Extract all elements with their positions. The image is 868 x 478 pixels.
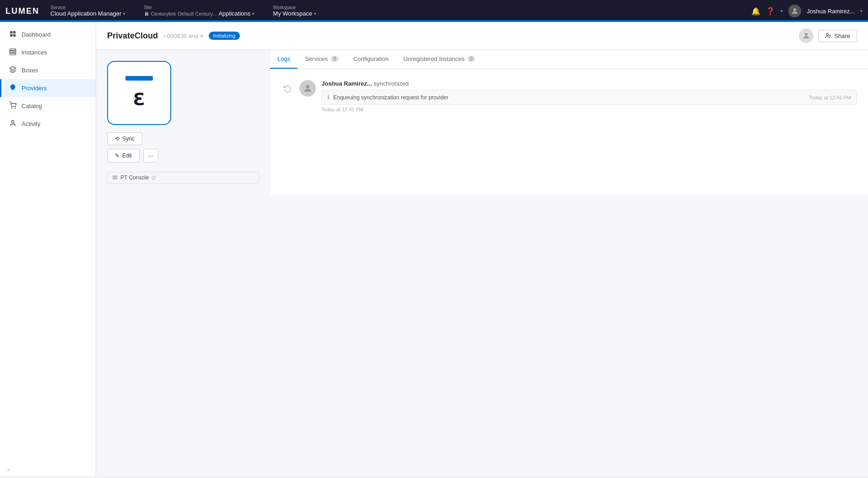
sidebar-collapse[interactable]: « — [0, 463, 96, 476]
user-name[interactable]: Joshua Ramirez... — [807, 8, 855, 15]
sidebar-item-providers[interactable]: Providers — [0, 79, 96, 97]
right-panel: Logs Services 0 Configuration Unregister… — [270, 50, 868, 195]
nav-site[interactable]: Site 🖥 Centurylink Default Century... Ap… — [140, 5, 258, 17]
sidebar-label-activity: Activity — [22, 120, 40, 127]
log-detail: Joshua Ramirez... synchronized ℹ Enqueui… — [321, 80, 857, 112]
provider-logo-bar — [125, 76, 153, 81]
edit-icon: ✎ — [115, 152, 119, 159]
catalog-icon — [9, 102, 17, 110]
log-user-avatar — [299, 80, 316, 97]
tab-unregistered-label: Unregistered Instances — [403, 55, 465, 62]
sync-button[interactable]: ⟲ Sync — [107, 132, 142, 145]
sidebar-label-instances: Instances — [22, 49, 47, 56]
log-time-below: Today at 12:41 PM — [321, 107, 857, 112]
more-options-button[interactable]: ··· — [143, 149, 159, 163]
log-entry: Joshua Ramirez... synchronized ℹ Enqueui… — [281, 76, 857, 116]
sync-arrow-icon — [281, 82, 294, 95]
edit-label: Edit — [122, 152, 132, 159]
sync-label: Sync — [122, 136, 135, 142]
logo-text: LUMEN — [5, 6, 39, 16]
sync-icon: ⟲ — [115, 136, 119, 142]
log-action-text: synchronized — [374, 80, 409, 87]
provider-logo-icon: ε — [133, 84, 146, 110]
external-link-icon — [152, 175, 156, 180]
external-link-box[interactable]: PT Console — [107, 172, 259, 184]
svg-point-8 — [11, 108, 12, 108]
left-panel: ε ⟲ Sync ✎ Edit ··· — [96, 50, 270, 195]
svg-rect-15 — [113, 176, 117, 177]
tab-logs[interactable]: Logs — [270, 50, 298, 69]
user-chevron: ▾ — [860, 9, 863, 13]
server-icon — [112, 175, 118, 180]
share-button[interactable]: Share — [818, 30, 857, 42]
svg-line-18 — [154, 176, 156, 178]
svg-rect-3 — [10, 34, 12, 37]
share-label: Share — [834, 33, 850, 39]
tabs-bar: Logs Services 0 Configuration Unregister… — [270, 50, 868, 69]
site-value: 🖥 Centurylink Default Century... Applica… — [144, 10, 255, 17]
svg-rect-17 — [113, 179, 117, 179]
svg-rect-6 — [10, 51, 16, 53]
tab-unregistered-badge: 0 — [467, 56, 476, 62]
header-user-avatar — [799, 28, 814, 43]
sidebar-item-boxes[interactable]: Boxes — [0, 61, 96, 79]
top-nav-right: 🔔 ❓ ▾ Joshua Ramirez... ▾ — [751, 5, 863, 17]
svg-rect-5 — [10, 49, 16, 50]
tab-services[interactable]: Services 0 — [298, 50, 346, 69]
help-icon[interactable]: ❓ — [766, 7, 775, 16]
status-badge: Initializing — [209, 32, 240, 40]
provider-header: PrivateCloud i-000836 and 4 Initializing… — [96, 22, 868, 50]
content-wrapper: ε ⟲ Sync ✎ Edit ··· — [96, 50, 868, 195]
workspace-value: My Workspace ▾ — [273, 10, 316, 17]
site-icon: 🖥 — [144, 11, 149, 16]
action-buttons-row: ⟲ Sync — [107, 132, 259, 145]
svg-rect-7 — [10, 53, 16, 54]
svg-point-9 — [15, 108, 16, 108]
tab-configuration-label: Configuration — [353, 55, 389, 62]
log-header: Joshua Ramirez... synchronized — [321, 80, 857, 87]
activity-icon — [9, 120, 17, 128]
log-user-name: Joshua Ramirez... — [321, 80, 372, 87]
user-avatar[interactable] — [788, 5, 801, 17]
dashboard-icon — [9, 30, 17, 39]
tab-configuration[interactable]: Configuration — [346, 50, 396, 69]
log-message-text: Enqueuing synchronization request for pr… — [333, 94, 805, 101]
tab-unregistered[interactable]: Unregistered Instances 0 — [396, 50, 483, 69]
site-chevron: ▾ — [252, 11, 255, 16]
svg-point-10 — [11, 120, 14, 123]
svg-point-0 — [793, 8, 796, 11]
instances-icon — [9, 48, 17, 57]
nav-workspace[interactable]: Workspace My Workspace ▾ — [269, 5, 320, 17]
sidebar-item-catalog[interactable]: Catalog — [0, 97, 96, 115]
tab-services-badge: 0 — [331, 56, 339, 62]
more-dots-icon: ··· — [148, 152, 154, 159]
notification-icon[interactable]: 🔔 — [751, 7, 760, 16]
svg-rect-1 — [10, 31, 12, 33]
workspace-chevron: ▾ — [314, 11, 316, 16]
help-chevron: ▾ — [781, 9, 783, 13]
provider-id: i-000836 and 4 — [163, 33, 203, 39]
edit-button[interactable]: ✎ Edit — [107, 149, 140, 163]
link-label: PT Console — [120, 174, 149, 181]
service-chevron: ▾ — [123, 11, 125, 16]
workspace-label: Workspace — [273, 5, 316, 10]
sidebar-item-dashboard[interactable]: Dashboard — [0, 26, 96, 43]
svg-point-19 — [306, 85, 309, 88]
log-message-box: ℹ Enqueuing synchronization request for … — [321, 90, 857, 105]
nav-service[interactable]: Service Cloud Application Manager ▾ — [47, 5, 129, 17]
svg-rect-2 — [13, 31, 16, 33]
sidebar-item-instances[interactable]: Instances — [0, 43, 96, 61]
tab-logs-label: Logs — [277, 55, 290, 62]
service-value: Cloud Application Manager ▾ — [50, 10, 125, 17]
logo[interactable]: LUMEN — [5, 6, 39, 16]
spacer — [107, 166, 259, 172]
header-right: Share — [799, 28, 857, 43]
sidebar-label-catalog: Catalog — [22, 103, 42, 109]
log-time-right: Today at 12:41 PM — [809, 95, 851, 100]
boxes-icon — [9, 66, 17, 75]
info-icon: ℹ — [327, 94, 330, 101]
app-layout: Dashboard Instances Boxes Providers Cata… — [0, 22, 868, 476]
tab-services-label: Services — [305, 55, 328, 62]
sidebar-item-activity[interactable]: Activity — [0, 115, 96, 133]
svg-rect-4 — [13, 34, 16, 37]
